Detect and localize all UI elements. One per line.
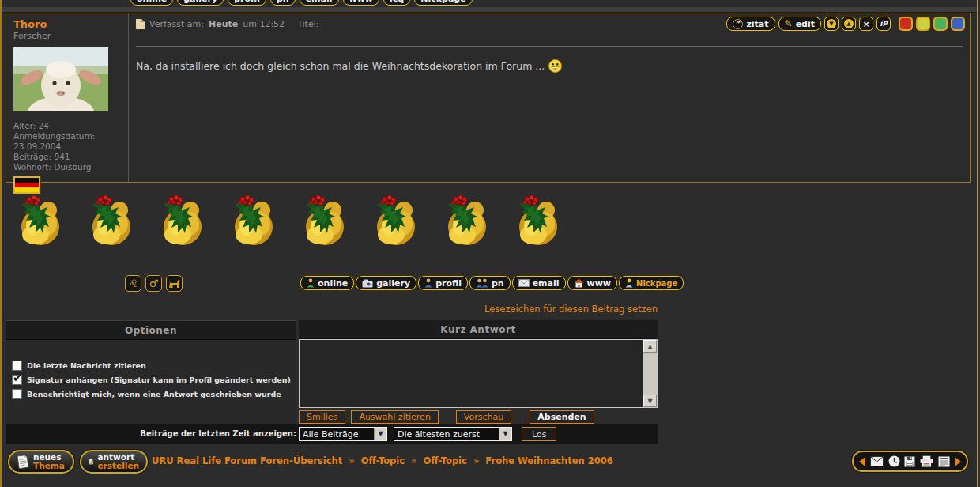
bookmark-link[interactable]: Lesezeichen für diesen Beitrag setzen	[484, 304, 658, 315]
christmas-duck-image	[440, 194, 489, 246]
zodiac-leo-button[interactable]: ♌	[125, 275, 141, 292]
scroll-up-icon[interactable]: ▲	[643, 340, 657, 353]
www-button[interactable]: www	[567, 276, 618, 290]
attach-signature-checkbox[interactable]: ✔	[12, 375, 22, 385]
christmas-duck-image	[511, 194, 560, 246]
author-stats: Alter: 24 Anmeldungsdatum: 23.09.2004 Be…	[13, 121, 121, 172]
christmas-duck-image	[13, 194, 62, 246]
select-arrow-icon[interactable]: ▼	[499, 428, 511, 440]
print-topic-icon[interactable]	[920, 455, 933, 467]
post-cell: Verfasst am: Heute um 12:52 Titel: ” zit…	[129, 13, 970, 182]
previous-post-button-row: online gallery profil pn email www icq N…	[130, 0, 473, 7]
rate-red-button[interactable]	[899, 17, 913, 31]
breadcrumb-forum[interactable]: Off-Topic	[424, 455, 467, 466]
gallery-button[interactable]: gallery	[356, 276, 416, 290]
icq-button[interactable]: icq	[383, 0, 410, 6]
textarea-scrollbar[interactable]: ▲ ▼	[643, 340, 657, 407]
nickpage-button[interactable]: Nickpage	[619, 276, 684, 290]
author-cell: Thoro Forscher Alter: 24 Anmeldungsdatum	[6, 13, 129, 182]
germany-flag-icon	[13, 176, 40, 194]
author-regdate-label: Anmeldungsdatum:	[13, 131, 121, 142]
author-badge-row: ♌ ♂	[125, 275, 183, 292]
www-button[interactable]: www	[343, 0, 380, 6]
author-rank: Forscher	[13, 31, 121, 41]
author-name[interactable]: Thoro	[13, 18, 121, 30]
select-arrow-icon[interactable]: ▼	[374, 428, 386, 440]
camera-icon	[362, 279, 373, 288]
dog-icon	[168, 278, 181, 289]
quote-selection-button[interactable]: Auswahl zitieren	[351, 410, 438, 424]
topic-list-icon[interactable]	[938, 456, 950, 467]
forum-page: online gallery profil pn email www icq N…	[0, 0, 980, 487]
new-topic-paper-icon	[17, 455, 29, 469]
go-button[interactable]: Los	[522, 427, 556, 441]
quote-last-checkbox[interactable]: ✔	[12, 361, 22, 371]
nickpage-button[interactable]: Nickpage	[414, 0, 472, 6]
online-button[interactable]: online	[130, 0, 173, 6]
quick-reply-panel: Kurz Antwort ▲ ▼ Smilies Auswahl zitiere…	[299, 320, 658, 424]
smilies-button[interactable]: Smilies	[299, 410, 345, 424]
quote-button[interactable]: ” zitat	[726, 17, 775, 31]
envelope-icon	[518, 279, 530, 287]
page-frame-left	[0, 0, 2, 487]
pn-button[interactable]: pn	[270, 0, 296, 6]
option-notify-reply[interactable]: ✔ Benachrichtigt mich, wenn eine Antwort…	[12, 387, 296, 401]
notify-reply-checkbox[interactable]: ✔	[12, 389, 22, 399]
posted-time: um 12:52	[243, 19, 285, 29]
check-icon: ✔	[13, 371, 23, 385]
submit-button[interactable]: Absenden	[530, 410, 594, 424]
preview-button[interactable]: Vorschau	[456, 410, 511, 424]
option-quote-last[interactable]: ✔ Die letzte Nachricht zitieren	[12, 359, 296, 372]
pn-button[interactable]: pn	[469, 276, 511, 290]
move-down-button[interactable]: ▼	[824, 17, 839, 31]
option-attach-signature[interactable]: ✔ Signatur anhängen (Signatur kann im Pr…	[12, 373, 296, 387]
quick-reply-textarea[interactable]	[300, 340, 643, 407]
scroll-down-icon[interactable]: ▼	[643, 395, 657, 407]
breadcrumb-topic[interactable]: Frohe Weihnachten 2006	[485, 455, 612, 466]
email-topic-icon[interactable]	[870, 456, 884, 466]
post-page-icon	[136, 19, 145, 29]
chinese-zodiac-dog-button[interactable]	[166, 275, 183, 292]
profile-person-icon	[424, 278, 432, 288]
breadcrumb-separator: »	[345, 455, 357, 466]
profil-button[interactable]: profil	[228, 0, 266, 6]
post-row: Thoro Forscher Alter: 24 Anmeldungsdatum	[6, 13, 971, 183]
nickpage-person-icon	[625, 278, 633, 288]
options-panel-title: Optionen	[6, 321, 296, 340]
filter-bar: Beiträge der letzten Zeit anzeigen: Alle…	[6, 424, 658, 444]
two-persons-icon	[476, 278, 488, 288]
gallery-button[interactable]: gallery	[177, 0, 224, 6]
save-topic-icon[interactable]	[904, 456, 915, 467]
edit-button[interactable]: ✎ edit	[778, 17, 821, 31]
sort-order-select[interactable]: Die ältesten zuerst ▼	[394, 427, 512, 441]
email-button[interactable]: email	[512, 276, 566, 290]
move-up-button[interactable]: ▲	[842, 17, 856, 31]
ip-button[interactable]: iP	[876, 17, 891, 31]
next-topic-arrow-icon[interactable]	[955, 457, 961, 466]
christmas-duck-image	[298, 194, 347, 246]
delete-post-button[interactable]: ×	[859, 17, 873, 31]
rate-yellow-button[interactable]	[916, 17, 930, 31]
gender-male-button[interactable]: ♂	[145, 275, 162, 292]
christmas-duck-image	[156, 194, 205, 246]
quick-reply-title: Kurz Antwort	[299, 320, 658, 339]
posts-filter-select[interactable]: Alle Beiträge ▼	[299, 427, 387, 441]
page-frame-right	[977, 0, 978, 487]
author-location: Wohnort: Duisburg	[13, 162, 121, 172]
profil-button[interactable]: profil	[418, 276, 468, 290]
breadcrumb-forum-index[interactable]: URU Real Life Forum Foren-Übersicht	[152, 455, 342, 466]
arrow-down-icon: ▼	[827, 19, 836, 28]
home-icon	[574, 278, 584, 288]
row-divider-bar	[2, 7, 977, 13]
prev-topic-arrow-icon[interactable]	[859, 457, 865, 466]
watch-topic-clock-icon[interactable]	[888, 455, 900, 467]
leo-icon: ♌	[129, 277, 138, 289]
email-button[interactable]: email	[300, 0, 339, 6]
rate-blue-button[interactable]	[951, 17, 965, 31]
online-button[interactable]: online	[300, 276, 354, 290]
new-topic-button[interactable]: neues Thema	[8, 450, 74, 474]
rate-green-button[interactable]	[933, 17, 948, 31]
post-header: Verfasst am: Heute um 12:52 Titel: ” zit…	[129, 13, 970, 34]
post-reply-button[interactable]: antwort erstellen	[80, 450, 148, 474]
breadcrumb-category[interactable]: Off-Topic	[361, 455, 405, 466]
